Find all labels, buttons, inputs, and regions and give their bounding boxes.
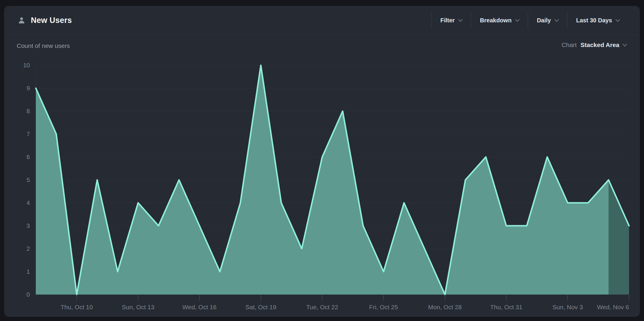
new-users-area-chart[interactable] xyxy=(4,6,640,317)
area-fill-incomplete xyxy=(608,180,629,295)
new-users-widget: New Users Filter Breakdown Daily Last 30… xyxy=(4,6,640,317)
